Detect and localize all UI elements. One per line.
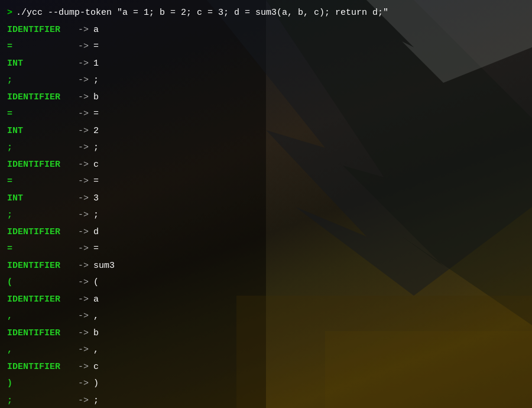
- token-value: b: [93, 89, 99, 106]
- token-row: =->=: [7, 241, 525, 258]
- token-row: ,->,: [7, 342, 525, 359]
- token-type: =: [7, 241, 78, 258]
- token-type: INT: [7, 123, 78, 140]
- token-row: =->=: [7, 38, 525, 56]
- token-arrow: ->: [78, 274, 89, 292]
- token-type: IDENTIFIER: [7, 325, 78, 342]
- token-value: ;: [93, 393, 99, 409]
- token-arrow: ->: [78, 106, 89, 123]
- token-value: =: [93, 241, 99, 258]
- token-row: INT->1: [7, 56, 525, 73]
- token-value: c: [93, 157, 99, 174]
- token-row: IDENTIFIER->a: [7, 22, 525, 39]
- token-value: 1: [93, 56, 99, 73]
- token-type: ;: [7, 207, 78, 224]
- token-value: sum3: [93, 258, 115, 275]
- token-type: =: [7, 173, 78, 190]
- token-row: (->(: [7, 274, 525, 292]
- token-type: IDENTIFIER: [7, 157, 78, 174]
- token-type: IDENTIFIER: [7, 292, 78, 309]
- token-arrow: ->: [78, 207, 89, 224]
- token-value: =: [93, 173, 99, 190]
- token-row: =->=: [7, 106, 525, 123]
- token-arrow: ->: [78, 22, 89, 39]
- token-value: =: [93, 38, 99, 56]
- token-row: ,->,: [7, 308, 525, 325]
- token-type: IDENTIFIER: [7, 359, 78, 376]
- token-value: ,: [93, 308, 99, 325]
- token-arrow: ->: [78, 157, 89, 174]
- token-value: a: [93, 22, 99, 39]
- token-row: ;->;: [7, 207, 525, 224]
- token-value: a: [93, 292, 99, 309]
- token-type: ;: [7, 140, 78, 157]
- token-type: INT: [7, 56, 78, 73]
- token-type: ,: [7, 342, 78, 359]
- token-arrow: ->: [78, 38, 89, 56]
- token-type: (: [7, 274, 78, 292]
- token-arrow: ->: [78, 173, 89, 190]
- token-type: =: [7, 38, 78, 56]
- command-line: > ./ycc --dump-token "a = 1; b = 2; c = …: [7, 5, 525, 22]
- token-row: INT->3: [7, 190, 525, 208]
- token-row: INT->2: [7, 123, 525, 140]
- token-value: ;: [93, 140, 99, 157]
- token-arrow: ->: [78, 72, 89, 89]
- token-row: IDENTIFIER->a: [7, 292, 525, 309]
- token-type: ): [7, 375, 78, 393]
- token-type: IDENTIFIER: [7, 22, 78, 39]
- command-text: ./ycc --dump-token "a = 1; b = 2; c = 3;…: [16, 5, 388, 22]
- token-arrow: ->: [78, 224, 89, 241]
- token-value: =: [93, 106, 99, 123]
- token-arrow: ->: [78, 342, 89, 359]
- token-row: IDENTIFIER->d: [7, 224, 525, 241]
- token-arrow: ->: [78, 375, 89, 393]
- token-list: IDENTIFIER->a=->=INT->1;->;IDENTIFIER->b…: [7, 22, 525, 409]
- token-type: ;: [7, 393, 78, 409]
- token-type: ,: [7, 308, 78, 325]
- token-value: d: [93, 224, 99, 241]
- token-type: IDENTIFIER: [7, 258, 78, 275]
- token-value: ;: [93, 72, 99, 89]
- token-arrow: ->: [78, 292, 89, 309]
- token-type: IDENTIFIER: [7, 89, 78, 106]
- token-type: =: [7, 106, 78, 123]
- token-arrow: ->: [78, 140, 89, 157]
- token-value: b: [93, 325, 99, 342]
- token-arrow: ->: [78, 359, 89, 376]
- token-row: )->): [7, 375, 525, 393]
- token-arrow: ->: [78, 123, 89, 140]
- token-arrow: ->: [78, 89, 89, 106]
- token-type: IDENTIFIER: [7, 224, 78, 241]
- token-arrow: ->: [78, 241, 89, 258]
- token-value: ): [93, 375, 99, 393]
- token-row: IDENTIFIER->c: [7, 157, 525, 174]
- token-value: (: [93, 274, 99, 292]
- token-value: ,: [93, 342, 99, 359]
- token-row: ;->;: [7, 140, 525, 157]
- token-type: ;: [7, 72, 78, 89]
- token-value: 2: [93, 123, 99, 140]
- token-arrow: ->: [78, 325, 89, 342]
- terminal-window: > ./ycc --dump-token "a = 1; b = 2; c = …: [0, 0, 532, 408]
- token-row: IDENTIFIER->c: [7, 359, 525, 376]
- token-arrow: ->: [78, 190, 89, 208]
- token-arrow: ->: [78, 258, 89, 275]
- token-type: INT: [7, 190, 78, 208]
- token-arrow: ->: [78, 308, 89, 325]
- token-arrow: ->: [78, 56, 89, 73]
- token-value: 3: [93, 190, 99, 208]
- token-arrow: ->: [78, 393, 89, 409]
- token-value: ;: [93, 207, 99, 224]
- token-row: ;->;: [7, 393, 525, 409]
- token-row: IDENTIFIER->b: [7, 89, 525, 106]
- token-row: ;->;: [7, 72, 525, 89]
- token-value: c: [93, 359, 99, 376]
- token-row: =->=: [7, 173, 525, 190]
- token-row: IDENTIFIER->sum3: [7, 258, 525, 275]
- token-row: IDENTIFIER->b: [7, 325, 525, 342]
- prompt-symbol: >: [7, 5, 12, 22]
